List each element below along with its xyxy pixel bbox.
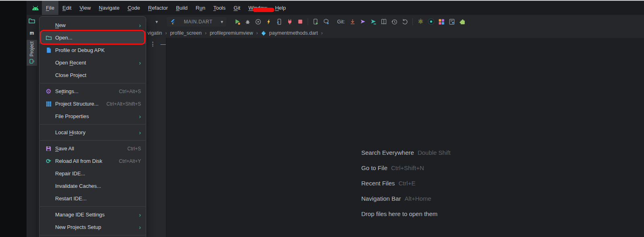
editor-empty-area: Search EverywhereDouble ShiftGo to FileC… <box>166 38 644 237</box>
menubar-item-refactor[interactable]: Refactor <box>144 1 172 15</box>
menu-item-repair-ide[interactable]: Repair IDE... <box>39 167 146 180</box>
menubar-item-edit[interactable]: Edit <box>58 1 75 15</box>
menu-item-open-recent[interactable]: Open Recent› <box>39 56 146 69</box>
menu-item-icon-slot <box>45 195 52 202</box>
menu-item-save-all[interactable]: Save AllCtrl+S <box>39 142 146 155</box>
submenu-arrow-icon: › <box>139 114 141 119</box>
run-icon[interactable] <box>232 17 242 27</box>
stripe-partial-text: m <box>27 30 37 36</box>
sdk-manager-icon[interactable] <box>321 17 331 27</box>
menubar-item-help[interactable]: Help <box>271 1 290 15</box>
breadcrumb-segment-profilepremiumview[interactable]: profilepremiumview <box>210 30 253 36</box>
menu-item-reload-all-from-disk[interactable]: ⟳Reload All from DiskCtrl+Alt+Y <box>39 155 146 167</box>
profile-icon[interactable] <box>253 17 263 27</box>
screen-left-margin <box>0 1 27 237</box>
plugin-orb-icon[interactable] <box>426 17 436 27</box>
menu-separator <box>40 124 145 125</box>
file-menu-dropdown: New›Open...Profile or Debug APKOpen Rece… <box>39 16 146 237</box>
menu-item-label: Restart IDE... <box>55 195 87 202</box>
menu-item-icon-slot <box>45 211 52 218</box>
hint-keystroke-label: Alt+Home <box>404 195 431 202</box>
sidebar-tab-project[interactable]: Project <box>27 40 37 66</box>
plugin-dart-docs-icon[interactable] <box>447 17 457 27</box>
device-selector-dropdown[interactable]: ▾ <box>154 19 159 25</box>
hot-reload-bolt-icon[interactable] <box>263 17 274 27</box>
toolbar-separator <box>412 18 413 25</box>
flutter-icon <box>170 19 176 25</box>
plugin-atom-icon[interactable]: ⚛ <box>415 17 426 27</box>
menu-item-label: Save All <box>55 146 74 152</box>
menu-item-icon-slot <box>45 183 52 189</box>
menubar-item-run[interactable]: Run <box>192 1 209 15</box>
menu-item-manage-ide-settings[interactable]: Manage IDE Settings› <box>39 208 146 221</box>
git-push-teal-icon[interactable] <box>368 17 379 27</box>
breadcrumb-segment-vigatin[interactable]: vigatin <box>147 30 162 36</box>
menu-item-project-structure[interactable]: Project Structure...Ctrl+Alt+Shift+S <box>39 98 146 110</box>
file-blue-icon <box>45 47 52 54</box>
hint-action-label: Recent Files <box>361 180 395 187</box>
menu-item-shortcut: Ctrl+Alt+Y <box>119 158 141 164</box>
menu-item-settings[interactable]: ⚙Settings...Ctrl+Alt+S <box>39 85 146 98</box>
plugin-puzzle-icon[interactable] <box>457 17 468 27</box>
submenu-arrow-icon: › <box>139 212 141 218</box>
plugin-blocks-icon[interactable] <box>436 17 447 27</box>
project-folder-icon[interactable] <box>28 17 35 25</box>
menubar-item-tools[interactable]: Tools <box>209 1 230 15</box>
breadcrumb-label: vigatin <box>147 30 162 36</box>
git-push-icon[interactable] <box>358 17 368 27</box>
menu-item-label: New <box>55 22 66 28</box>
shortcut-hint-drop-files-here-to-open-them: Drop files here to open them <box>361 210 451 218</box>
menu-item-label: Open... <box>55 35 72 41</box>
floppy-icon <box>45 145 52 152</box>
menubar-item-build[interactable]: Build <box>172 1 192 15</box>
menu-separator <box>40 140 145 141</box>
submenu-arrow-icon: › <box>139 60 141 66</box>
menu-item-restart-ide[interactable]: Restart IDE... <box>39 192 146 205</box>
menu-item-profile-or-debug-apk[interactable]: Profile or Debug APK <box>39 44 146 56</box>
grid-icon <box>45 100 52 107</box>
rollback-icon[interactable] <box>400 17 410 27</box>
menubar-item-git[interactable]: Git <box>230 1 244 15</box>
menu-item-new[interactable]: New› <box>39 19 146 31</box>
menubar-item-code[interactable]: Code <box>124 1 144 15</box>
menu-item-icon-slot <box>45 170 52 177</box>
running-devices-icon[interactable] <box>311 17 321 27</box>
breadcrumb-label: profilepremiumview <box>210 30 253 36</box>
debug-icon[interactable] <box>242 17 253 27</box>
menu-item-invalidate-caches[interactable]: Invalidate Caches... <box>39 180 146 192</box>
hint-action-label: Drop files here to open them <box>361 210 437 217</box>
git-branches-icon[interactable] <box>379 17 389 27</box>
menu-item-label: Settings... <box>55 88 79 94</box>
git-label: Git: <box>337 19 345 25</box>
device-attach-icon[interactable] <box>274 17 284 27</box>
menu-item-icon-slot <box>45 129 52 136</box>
menu-item-close-project[interactable]: Close Project <box>39 69 146 81</box>
run-configuration-label: MAIN.DART <box>176 19 221 25</box>
history-icon[interactable] <box>389 17 400 27</box>
menu-item-local-history[interactable]: Local History› <box>39 126 146 139</box>
breadcrumb-segment-profile-screen[interactable]: profile_screen <box>170 30 202 36</box>
menubar-item-view[interactable]: View <box>75 1 95 15</box>
menu-item-icon-slot <box>45 59 52 66</box>
menu-item-shortcut: Ctrl+S <box>127 146 141 152</box>
run-configuration-combo[interactable]: MAIN.DART ▾ <box>167 17 226 27</box>
shortcut-hint-go-to-file: Go to FileCtrl+Shift+N <box>361 164 451 173</box>
breadcrumb-segment-paymentmethods-dart[interactable]: paymentmethods.dart <box>261 30 318 36</box>
git-update-icon[interactable] <box>347 17 358 27</box>
menu-item-label: Reload All from Disk <box>55 158 102 164</box>
shortcut-hint-navigation-bar: Navigation BarAlt+Home <box>361 195 451 203</box>
menu-item-file-properties[interactable]: File Properties› <box>39 110 146 123</box>
stop-icon[interactable] <box>295 17 305 27</box>
plug-icon[interactable] <box>284 17 295 27</box>
project-tab-label: Project <box>29 42 35 56</box>
toolbar-separator <box>308 18 308 25</box>
menubar-item-file[interactable]: File <box>42 1 58 15</box>
panel-hide-icon[interactable]: — <box>159 40 167 48</box>
menu-item-new-projects-setup[interactable]: New Projects Setup› <box>39 221 146 233</box>
menubar-item-navigate[interactable]: Navigate <box>95 1 123 15</box>
menu-item-label: File Properties <box>55 113 89 119</box>
menu-item-icon-slot <box>45 72 52 79</box>
menu-item-open[interactable]: Open... <box>39 31 146 44</box>
panel-options-icon[interactable]: ⋮ <box>149 40 157 48</box>
menu-item-shortcut: Ctrl+Alt+S <box>119 89 141 94</box>
